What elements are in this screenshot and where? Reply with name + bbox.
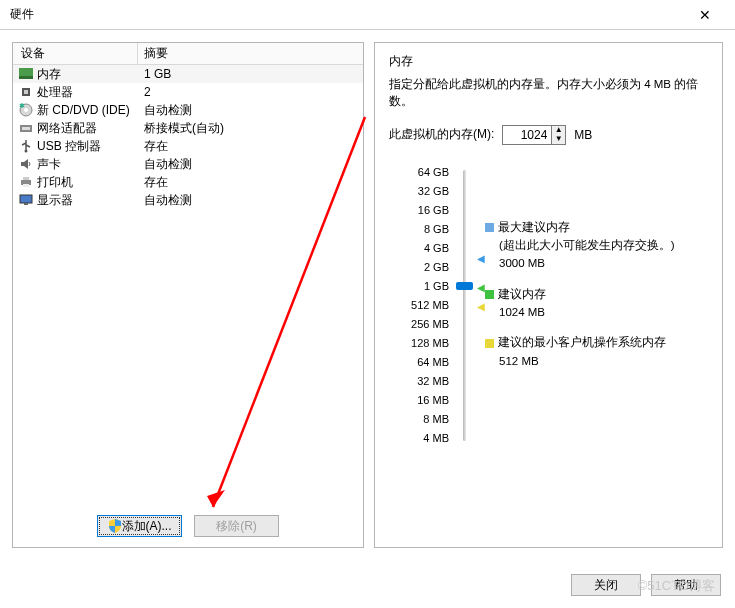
panel-desc: 指定分配给此虚拟机的内存量。内存大小必须为 4 MB 的倍数。 [389, 76, 708, 111]
legend-rec: 建议内存 1024 MB [485, 285, 675, 322]
device-name: 内存 [37, 66, 61, 83]
slider-ticks: 64 GB32 GB16 GB8 GB4 GB2 GB1 GB512 MB256… [397, 163, 449, 448]
nic-icon [19, 121, 33, 135]
remove-button: 移除(R) [194, 515, 279, 537]
spinner-arrows[interactable]: ▲▼ [551, 126, 565, 144]
table-header: 设备 摘要 [13, 43, 363, 65]
device-row[interactable]: 内存1 GB [13, 65, 363, 83]
device-name: USB 控制器 [37, 138, 101, 155]
shield-icon [108, 519, 122, 533]
legend-max: 最大建议内存 (超出此大小可能发生内存交换。) 3000 MB [485, 218, 675, 273]
svg-rect-3 [24, 90, 28, 94]
table-body: 内存1 GB处理器2✱新 CD/DVD (IDE)自动检测网络适配器桥接模式(自… [13, 65, 363, 209]
device-summary: 存在 [138, 174, 363, 191]
marker-min-icon: ◀ [477, 301, 485, 312]
svg-rect-14 [24, 203, 28, 205]
legend: 最大建议内存 (超出此大小可能发生内存交换。) 3000 MB 建议内存 102… [485, 218, 675, 448]
memory-panel: 内存 指定分配给此虚拟机的内存量。内存大小必须为 4 MB 的倍数。 此虚拟机的… [374, 42, 723, 548]
device-row[interactable]: 打印机存在 [13, 173, 363, 191]
tick-label: 64 GB [397, 163, 449, 182]
device-name: 打印机 [37, 174, 73, 191]
device-summary: 自动检测 [138, 156, 363, 173]
device-summary: 1 GB [138, 67, 363, 81]
memory-input[interactable] [503, 126, 551, 144]
memory-unit: MB [574, 128, 592, 142]
square-yellow-icon [485, 339, 494, 348]
legend-min: 建议的最小客户机操作系统内存 512 MB [485, 333, 675, 370]
tick-label: 8 MB [397, 410, 449, 429]
device-row[interactable]: 网络适配器桥接模式(自动) [13, 119, 363, 137]
device-name: 显示器 [37, 192, 73, 209]
device-row[interactable]: USB 控制器存在 [13, 137, 363, 155]
display-icon [19, 193, 33, 207]
help-button[interactable]: 帮助 [651, 574, 721, 596]
marker-rec-icon: ◀ [477, 282, 485, 293]
device-row[interactable]: 显示器自动检测 [13, 191, 363, 209]
tick-label: 32 MB [397, 372, 449, 391]
memory-icon [19, 67, 33, 81]
device-summary: 存在 [138, 138, 363, 155]
device-summary: 桥接模式(自动) [138, 120, 363, 137]
content-area: 设备 摘要 内存1 GB处理器2✱新 CD/DVD (IDE)自动检测网络适配器… [0, 30, 735, 560]
memory-spinner[interactable]: ▲▼ [502, 125, 566, 145]
svg-rect-12 [23, 184, 29, 187]
device-row[interactable]: 声卡自动检测 [13, 155, 363, 173]
slider-track[interactable]: ◀ ◀ ◀ [453, 163, 475, 448]
panel-title: 内存 [389, 53, 708, 70]
svg-point-9 [25, 150, 28, 153]
square-green-icon [485, 290, 494, 299]
add-label: 添加(A)... [122, 518, 172, 535]
device-summary: 自动检测 [138, 102, 363, 119]
memory-input-row: 此虚拟机的内存(M): ▲▼ MB [389, 125, 708, 145]
close-icon[interactable]: ✕ [685, 7, 725, 23]
svg-rect-13 [20, 195, 32, 203]
memory-label: 此虚拟机的内存(M): [389, 126, 494, 143]
window-title: 硬件 [10, 6, 685, 23]
footer-buttons: 关闭 帮助 [571, 574, 721, 596]
tick-label: 256 MB [397, 315, 449, 334]
device-name: 处理器 [37, 84, 73, 101]
device-panel: 设备 摘要 内存1 GB处理器2✱新 CD/DVD (IDE)自动检测网络适配器… [12, 42, 364, 548]
tick-label: 8 GB [397, 220, 449, 239]
tick-label: 1 GB [397, 277, 449, 296]
svg-rect-1 [19, 76, 33, 79]
tick-label: 4 MB [397, 429, 449, 448]
device-summary: 自动检测 [138, 192, 363, 209]
device-name: 新 CD/DVD (IDE) [37, 102, 130, 119]
header-device[interactable]: 设备 [13, 43, 138, 64]
marker-max-icon: ◀ [477, 253, 485, 264]
header-summary[interactable]: 摘要 [138, 45, 363, 62]
sound-icon [19, 157, 33, 171]
device-name: 声卡 [37, 156, 61, 173]
button-row: 添加(A)... 移除(R) [13, 515, 363, 537]
add-button[interactable]: 添加(A)... [97, 515, 182, 537]
device-name: 网络适配器 [37, 120, 97, 137]
tick-label: 64 MB [397, 353, 449, 372]
svg-text:✱: ✱ [19, 103, 25, 109]
close-button[interactable]: 关闭 [571, 574, 641, 596]
svg-rect-11 [23, 177, 29, 180]
tick-label: 16 MB [397, 391, 449, 410]
tick-label: 2 GB [397, 258, 449, 277]
slider-bar [463, 170, 466, 441]
device-summary: 2 [138, 85, 363, 99]
tick-label: 32 GB [397, 182, 449, 201]
cpu-icon [19, 85, 33, 99]
printer-icon [19, 175, 33, 189]
device-row[interactable]: 处理器2 [13, 83, 363, 101]
tick-label: 4 GB [397, 239, 449, 258]
device-row[interactable]: ✱新 CD/DVD (IDE)自动检测 [13, 101, 363, 119]
tick-label: 16 GB [397, 201, 449, 220]
svg-rect-0 [19, 68, 33, 76]
tick-label: 128 MB [397, 334, 449, 353]
usb-icon [19, 139, 33, 153]
svg-rect-8 [22, 127, 30, 130]
tick-label: 512 MB [397, 296, 449, 315]
cd-icon: ✱ [19, 103, 33, 117]
titlebar: 硬件 ✕ [0, 0, 735, 30]
slider-thumb[interactable] [456, 282, 473, 290]
square-blue-icon [485, 223, 494, 232]
slider-area: 64 GB32 GB16 GB8 GB4 GB2 GB1 GB512 MB256… [397, 163, 708, 448]
